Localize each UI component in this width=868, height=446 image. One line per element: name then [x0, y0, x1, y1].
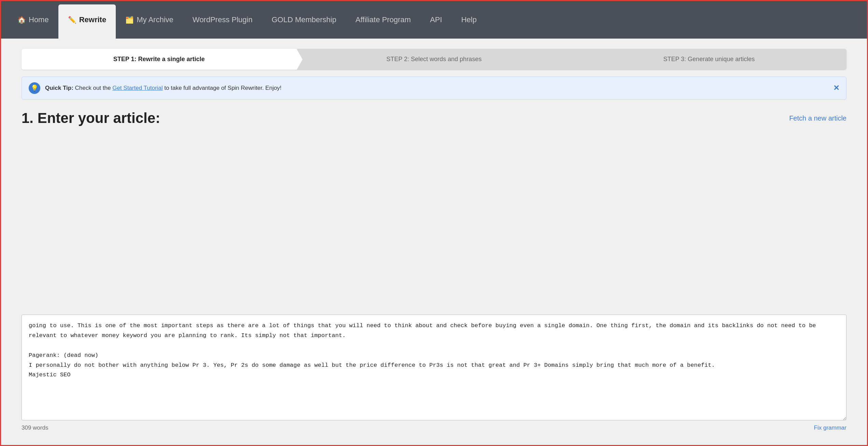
tip-icon: 💡 — [29, 82, 40, 94]
steps-bar: STEP 1: Rewrite a single article STEP 2:… — [22, 49, 846, 70]
nav-archive-label: My Archive — [137, 15, 173, 24]
step-2-label: STEP 2: Select words and phrases — [387, 56, 482, 63]
tip-text: Quick Tip: Check out the Get Started Tut… — [45, 85, 828, 92]
nav-api-label: API — [430, 15, 442, 24]
article-textarea[interactable]: going to use. This is one of the most im… — [22, 315, 846, 420]
step-1-label: STEP 1: Rewrite a single article — [113, 56, 205, 63]
word-count: 309 words — [22, 424, 48, 431]
textarea-section: going to use. This is one of the most im… — [1, 315, 867, 445]
nav-gold-label: GOLD Membership — [271, 15, 336, 24]
nav-wp-label: WordPress Plugin — [193, 15, 253, 24]
navbar: 🏠 Home ✏️ Rewrite 🗂️ My Archive WordPres… — [1, 1, 867, 39]
archive-icon: 🗂️ — [125, 16, 134, 24]
nav-home[interactable]: 🏠 Home — [8, 1, 58, 39]
step-2[interactable]: STEP 2: Select words and phrases — [296, 49, 571, 70]
tip-body: Check out the — [75, 85, 113, 91]
textarea-footer: 309 words Fix grammar — [22, 424, 846, 438]
nav-help-label: Help — [461, 15, 477, 24]
quick-tip-banner: 💡 Quick Tip: Check out the Get Started T… — [22, 76, 846, 100]
nav-affiliate-label: Affiliate Program — [355, 15, 411, 24]
nav-gold-membership[interactable]: GOLD Membership — [262, 1, 346, 39]
tip-prefix: Quick Tip: — [45, 85, 73, 91]
fix-grammar-link[interactable]: Fix grammar — [814, 424, 846, 431]
content-area: STEP 1: Rewrite a single article STEP 2:… — [1, 39, 867, 315]
step-1[interactable]: STEP 1: Rewrite a single article — [22, 49, 296, 70]
step-3-label: STEP 3: Generate unique articles — [663, 56, 755, 63]
fetch-new-article-link[interactable]: Fetch a new article — [789, 114, 846, 122]
nav-rewrite-label: Rewrite — [79, 15, 106, 24]
home-icon: 🏠 — [17, 16, 26, 24]
section-heading: 1. Enter your article: — [22, 110, 160, 126]
tip-close-button[interactable]: ✕ — [833, 84, 839, 93]
tip-tutorial-link[interactable]: Get Started Tutorial — [112, 85, 163, 91]
rewrite-icon: ✏️ — [68, 16, 76, 24]
nav-api[interactable]: API — [420, 1, 451, 39]
outer-border: 🏠 Home ✏️ Rewrite 🗂️ My Archive WordPres… — [0, 0, 868, 446]
nav-rewrite[interactable]: ✏️ Rewrite — [58, 4, 116, 39]
section-heading-row: 1. Enter your article: Fetch a new artic… — [22, 110, 846, 126]
nav-wordpress-plugin[interactable]: WordPress Plugin — [183, 1, 262, 39]
nav-affiliate-program[interactable]: Affiliate Program — [346, 1, 420, 39]
nav-my-archive[interactable]: 🗂️ My Archive — [116, 1, 183, 39]
tip-suffix: to take full advantage of Spin Rewriter.… — [163, 85, 282, 91]
nav-home-label: Home — [29, 15, 49, 24]
nav-help[interactable]: Help — [452, 1, 486, 39]
step-3[interactable]: STEP 3: Generate unique articles — [572, 49, 846, 70]
